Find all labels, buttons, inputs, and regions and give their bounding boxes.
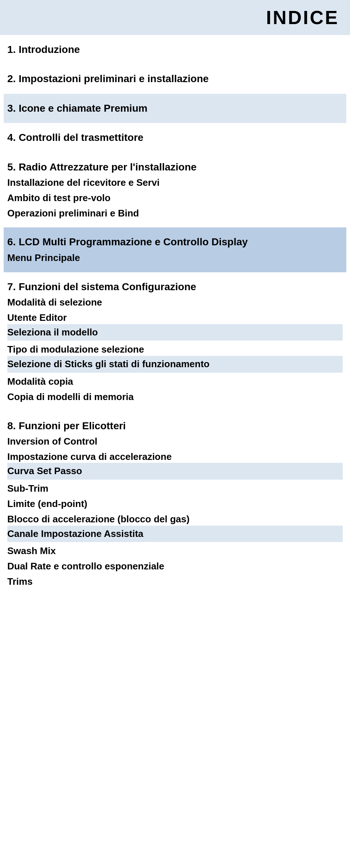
- toc-item-4-label: 4. Controlli del trasmettitore: [7, 132, 143, 143]
- toc-list: 1. Introduzione 2. Impostazioni prelimin…: [0, 35, 350, 596]
- toc-item-8-sub-2: Impostazione curva di accelerazione: [7, 448, 343, 463]
- toc-item-5-label: 5. Radio Attrezzature per l'installazion…: [7, 161, 197, 173]
- toc-item-2: 2. Impostazioni preliminari e installazi…: [4, 64, 346, 93]
- toc-item-5: 5. Radio Attrezzature per l'installazion…: [4, 153, 346, 228]
- toc-item-7-sub-3: Seleziona il modello: [7, 324, 343, 341]
- toc-item-7-sub-5: Selezione di Sticks gli stati di funzion…: [7, 356, 343, 373]
- toc-item-7-sub-6: Modalità copia: [7, 373, 343, 388]
- toc-item-1-label: 1. Introduzione: [7, 44, 80, 55]
- toc-item-1: 1. Introduzione: [4, 35, 346, 64]
- toc-item-8: 8. Funzioni per Elicotteri Inversion of …: [4, 411, 346, 596]
- toc-item-5-sub-1: Installazione del ricevitore e Servi: [7, 174, 343, 189]
- toc-item-8-sub-10: Trims: [7, 573, 343, 588]
- toc-item-3-label: 3. Icone e chiamate Premium: [7, 103, 147, 114]
- toc-item-8-sub-7: Canale Impostazione Assistita: [7, 526, 343, 542]
- page: INDICE 1. Introduzione 2. Impostazioni p…: [0, 0, 350, 868]
- toc-item-6-sub-1: Menu Principale: [7, 249, 343, 264]
- toc-item-3: 3. Icone e chiamate Premium: [4, 94, 346, 123]
- toc-item-8-sub-9: Dual Rate e controllo esponenziale: [7, 557, 343, 573]
- toc-item-8-sub-8: Swash Mix: [7, 542, 343, 557]
- toc-item-7-sub-4: Tipo di modulazione selezione: [7, 341, 343, 356]
- toc-item-5-sub-3: Operazioni preliminari e Bind: [7, 204, 343, 220]
- toc-item-6: 6. LCD Multi Programmazione e Controllo …: [4, 227, 346, 272]
- toc-item-2-label: 2. Impostazioni preliminari e installazi…: [7, 73, 209, 84]
- toc-item-8-label: 8. Funzioni per Elicotteri: [7, 420, 126, 431]
- toc-item-7-sub-2: Utente Editor: [7, 309, 343, 324]
- page-title: INDICE: [266, 7, 339, 28]
- toc-item-7: 7. Funzioni del sistema Configurazione M…: [4, 272, 346, 411]
- toc-item-8-sub-4: Sub-Trim: [7, 480, 343, 495]
- toc-item-5-sub-2: Ambito di test pre-volo: [7, 189, 343, 204]
- toc-item-7-sub-7: Copia di modelli di memoria: [7, 388, 343, 403]
- toc-item-7-sub-1: Modalità di selezione: [7, 293, 343, 309]
- toc-item-4: 4. Controlli del trasmettitore: [4, 123, 346, 152]
- toc-item-7-label: 7. Funzioni del sistema Configurazione: [7, 281, 196, 292]
- toc-item-8-sub-3: Curva Set Passo: [7, 463, 343, 480]
- header: INDICE: [0, 0, 350, 35]
- toc-item-8-sub-1: Inversion of Control: [7, 433, 343, 448]
- toc-item-8-sub-5: Limite (end-point): [7, 495, 343, 510]
- toc-item-6-label: 6. LCD Multi Programmazione e Controllo …: [7, 236, 248, 247]
- toc-item-8-sub-6: Blocco di accelerazione (blocco del gas): [7, 510, 343, 526]
